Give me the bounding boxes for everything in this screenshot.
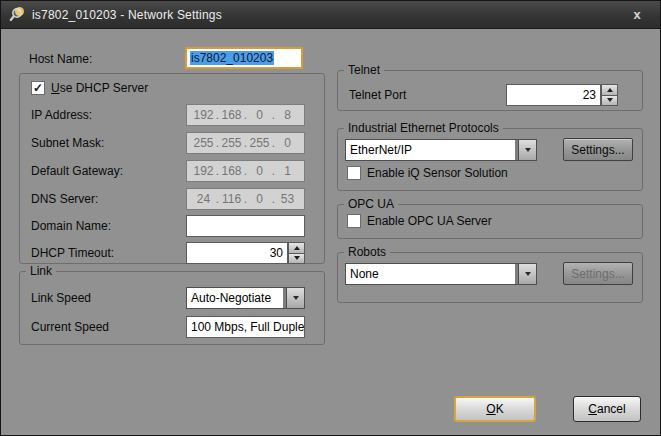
ip-octet: 192 <box>192 108 215 122</box>
robot-combo[interactable]: None <box>345 263 537 285</box>
robot-settings-label: Settings... <box>571 267 624 281</box>
dhcp-timeout-value: 30 <box>270 246 283 260</box>
close-icon[interactable]: x <box>622 4 652 26</box>
host-name-selected-text: is7802_010203 <box>190 51 274 65</box>
dns-server-field: 24.116.0.53 <box>186 188 305 210</box>
use-dhcp-checkbox-box[interactable]: ✓ <box>31 81 45 95</box>
arrow-down-icon <box>294 256 300 260</box>
use-dhcp-checkbox[interactable]: ✓ Use DHCP Server <box>31 81 148 95</box>
dhcp-timeout-input[interactable]: 30 <box>186 242 288 264</box>
robots-group-title: Robots <box>344 245 390 259</box>
host-name-label: Host Name: <box>29 52 92 66</box>
robot-value: None <box>346 264 515 284</box>
use-dhcp-checkbox-label[interactable]: Use DHCP Server <box>51 81 148 95</box>
arrow-up-icon <box>607 88 613 92</box>
opcua-server-checkbox-label[interactable]: Enable OPC UA Server <box>367 214 492 228</box>
subnet-mask-label: Subnet Mask: <box>31 136 104 150</box>
ip-octet: 0 <box>248 192 271 206</box>
domain-name-input[interactable] <box>186 215 305 237</box>
ok-button[interactable]: OK <box>454 396 536 422</box>
link-group-title: Link <box>26 264 56 278</box>
link-speed-value: Auto-Negotiate <box>187 288 283 308</box>
window-title: is7802_010203 - Network Settings <box>32 8 622 22</box>
telnet-port-spinner[interactable] <box>601 84 618 106</box>
link-speed-dropdown-button[interactable] <box>286 288 304 308</box>
chevron-down-icon <box>293 296 299 300</box>
ip-octet: 255 <box>192 136 215 150</box>
cancel-button[interactable]: Cancel <box>573 396 641 422</box>
robot-dropdown-button[interactable] <box>518 264 536 284</box>
protocol-combo[interactable]: EtherNet/IP <box>345 139 537 161</box>
dhcp-timeout-label: DHCP Timeout: <box>31 246 114 260</box>
protocol-dropdown-button[interactable] <box>518 140 536 160</box>
domain-name-label: Domain Name: <box>31 219 111 233</box>
link-speed-combo[interactable]: Auto-Negotiate <box>186 287 305 309</box>
arrow-up-icon <box>294 246 300 250</box>
default-gateway-label: Default Gateway: <box>31 164 123 178</box>
spin-down-button[interactable] <box>288 254 305 265</box>
cancel-button-label: Cancel <box>588 402 625 416</box>
opcua-server-checkbox-box[interactable] <box>347 214 361 228</box>
protocol-settings-button[interactable]: Settings... <box>563 138 633 161</box>
ip-octet: 0 <box>248 108 271 122</box>
spin-up-button[interactable] <box>601 84 618 96</box>
telnet-port-label: Telnet Port <box>349 88 406 102</box>
network-settings-dialog: is7802_010203 - Network Settings x Host … <box>0 0 661 436</box>
ip-octet: 0 <box>248 164 271 178</box>
ip-address-field: 192.168.0.8 <box>186 104 305 126</box>
ip-address-label: IP Address: <box>31 108 92 122</box>
ok-button-label: OK <box>486 402 503 416</box>
dns-server-label: DNS Server: <box>31 192 98 206</box>
ip-octet: 116 <box>220 192 243 206</box>
iq-sensor-checkbox-label[interactable]: Enable iQ Sensor Solution <box>367 166 508 180</box>
ip-octet: 53 <box>276 192 299 206</box>
ip-octet: 168 <box>220 164 243 178</box>
telnet-port-input[interactable]: 23 <box>506 84 601 106</box>
default-gateway-field: 192.168.0.1 <box>186 160 305 182</box>
ip-octet: 1 <box>276 164 299 178</box>
current-speed-label: Current Speed <box>31 320 109 334</box>
spin-down-button[interactable] <box>601 96 618 107</box>
protocol-settings-label: Settings... <box>571 143 624 157</box>
opcua-server-checkbox[interactable]: Enable OPC UA Server <box>347 214 492 228</box>
industrial-ethernet-group-title: Industrial Ethernet Protocols <box>344 121 503 135</box>
chevron-down-icon <box>525 272 531 276</box>
dhcp-timeout-spinner[interactable] <box>288 242 305 264</box>
telnet-group-title: Telnet <box>344 63 384 77</box>
robot-settings-button: Settings... <box>563 262 633 285</box>
link-speed-label: Link Speed <box>31 291 91 305</box>
title-bar[interactable]: is7802_010203 - Network Settings x <box>1 1 660 29</box>
iq-sensor-checkbox-box[interactable] <box>347 166 361 180</box>
app-sensor-icon <box>9 6 26 23</box>
ip-octet: 8 <box>276 108 299 122</box>
host-name-input[interactable]: is7802_010203 <box>185 47 303 69</box>
spin-up-button[interactable] <box>288 242 305 254</box>
protocol-value: EtherNet/IP <box>346 140 515 160</box>
arrow-down-icon <box>607 98 613 102</box>
ip-octet: 24 <box>192 192 215 206</box>
ip-octet: 255 <box>248 136 271 150</box>
chevron-down-icon <box>525 148 531 152</box>
current-speed-field[interactable]: 100 Mbps, Full Duplex <box>186 316 305 338</box>
ip-octet: 192 <box>192 164 215 178</box>
ip-octet: 0 <box>276 136 299 150</box>
ip-octet: 168 <box>220 108 243 122</box>
opcua-group-title: OPC UA <box>344 197 398 211</box>
iq-sensor-checkbox[interactable]: Enable iQ Sensor Solution <box>347 166 508 180</box>
ip-octet: 255 <box>220 136 243 150</box>
subnet-mask-field: 255.255.255.0 <box>186 132 305 154</box>
telnet-port-value: 23 <box>583 88 596 102</box>
current-speed-value: 100 Mbps, Full Duplex <box>191 320 305 334</box>
